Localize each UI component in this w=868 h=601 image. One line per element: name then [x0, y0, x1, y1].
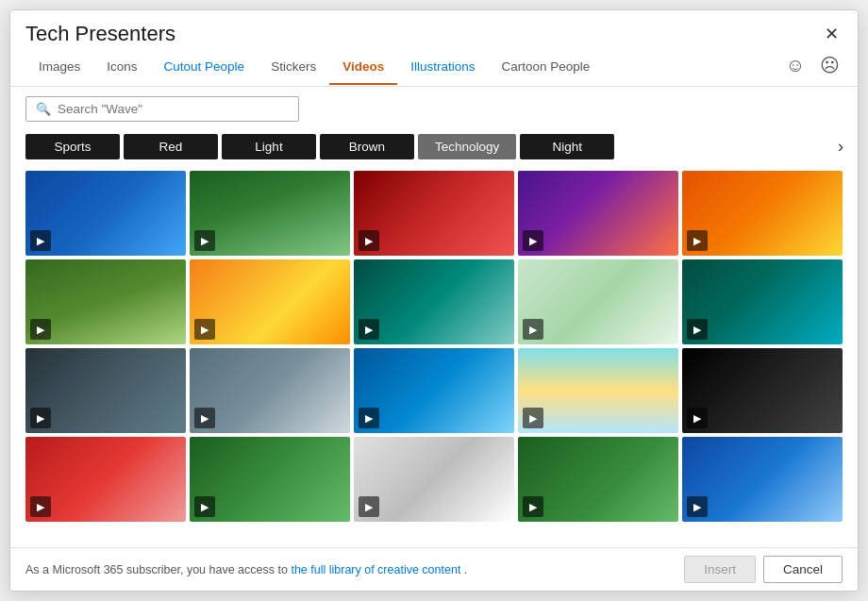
filter-sports[interactable]: Sports: [25, 134, 120, 159]
video-icon: ▶: [687, 496, 708, 517]
tab-list: Images Icons Cutout People Stickers Vide…: [25, 54, 603, 84]
gallery-item[interactable]: ▶: [190, 171, 350, 256]
video-icon: ▶: [687, 319, 708, 340]
gallery-item[interactable]: ▶: [354, 171, 514, 256]
search-input-wrap: 🔍: [25, 96, 299, 122]
video-icon: ▶: [359, 319, 379, 340]
gallery-item[interactable]: ▶: [518, 259, 678, 344]
gallery-item[interactable]: ▶: [682, 348, 843, 433]
sad-emoji-button[interactable]: ☹: [816, 52, 843, 78]
video-icon: ▶: [523, 319, 543, 340]
tab-illustrations[interactable]: Illustrations: [397, 54, 488, 85]
gallery-item[interactable]: ▶: [518, 348, 678, 433]
video-icon: ▶: [194, 319, 215, 340]
filter-technology[interactable]: Technology: [418, 134, 516, 159]
gallery-item[interactable]: ▶: [25, 259, 186, 344]
gallery-item[interactable]: ▶: [354, 259, 514, 344]
gallery-area[interactable]: ▶ ▶ ▶ ▶ ▶ ▶: [10, 171, 858, 547]
dialog-title: Tech Presenters: [25, 22, 175, 46]
tab-cartoon-people[interactable]: Cartoon People: [488, 54, 603, 85]
gallery-item[interactable]: ▶: [190, 348, 350, 433]
cancel-button[interactable]: Cancel: [763, 556, 843, 583]
gallery-item[interactable]: ▶: [190, 259, 350, 344]
happy-emoji-button[interactable]: ☺: [782, 52, 809, 78]
filter-red[interactable]: Red: [124, 134, 218, 159]
gallery-item[interactable]: ▶: [682, 259, 843, 344]
video-icon: ▶: [687, 408, 708, 428]
gallery-item[interactable]: ▶: [518, 171, 678, 256]
tab-icons[interactable]: Icons: [93, 54, 150, 85]
footer-buttons: Insert Cancel: [684, 556, 843, 583]
video-icon: ▶: [194, 408, 215, 428]
footer-text: As a Microsoft 365 subscriber, you have …: [25, 563, 467, 576]
video-icon: ▶: [523, 408, 543, 428]
tab-images[interactable]: Images: [25, 54, 93, 85]
filter-brown[interactable]: Brown: [320, 134, 414, 159]
footer-text-after: .: [464, 563, 467, 576]
video-icon: ▶: [359, 496, 379, 517]
dialog-header: Tech Presenters ✕: [10, 10, 858, 46]
video-icon: ▶: [523, 230, 543, 251]
video-icon: ▶: [194, 496, 215, 517]
video-icon: ▶: [30, 319, 51, 340]
search-input[interactable]: [58, 102, 265, 116]
gallery-grid: ▶ ▶ ▶ ▶ ▶ ▶: [25, 171, 850, 522]
gallery-item[interactable]: ▶: [518, 437, 678, 522]
filter-next-button[interactable]: ›: [827, 129, 854, 163]
insert-button[interactable]: Insert: [684, 556, 756, 583]
filter-chips: Sports Red Light Brown Technology Night: [25, 134, 827, 159]
search-icon: 🔍: [36, 102, 51, 116]
tab-videos[interactable]: Videos: [329, 54, 397, 85]
gallery-item[interactable]: ▶: [190, 437, 350, 522]
filter-night[interactable]: Night: [520, 134, 614, 159]
video-icon: ▶: [30, 408, 51, 428]
video-icon: ▶: [359, 230, 379, 251]
video-icon: ▶: [194, 230, 215, 251]
tab-bar: Images Icons Cutout People Stickers Vide…: [10, 46, 858, 87]
video-icon: ▶: [30, 230, 51, 251]
gallery-item[interactable]: ▶: [682, 171, 843, 256]
gallery-item[interactable]: ▶: [354, 348, 514, 433]
dialog-footer: As a Microsoft 365 subscriber, you have …: [10, 547, 858, 591]
tab-emoji-buttons: ☺ ☹: [782, 52, 843, 86]
video-icon: ▶: [30, 496, 51, 517]
gallery-item[interactable]: ▶: [25, 437, 186, 522]
gallery-item[interactable]: ▶: [25, 171, 186, 256]
video-icon: ▶: [523, 496, 543, 517]
tech-presenters-dialog: Tech Presenters ✕ Images Icons Cutout Pe…: [9, 9, 859, 592]
footer-text-before: As a Microsoft 365 subscriber, you have …: [25, 563, 288, 576]
gallery-item[interactable]: ▶: [25, 348, 186, 433]
video-icon: ▶: [359, 408, 379, 428]
footer-link[interactable]: the full library of creative content: [291, 563, 460, 576]
gallery-item[interactable]: ▶: [354, 437, 514, 522]
gallery-item[interactable]: ▶: [682, 437, 843, 522]
close-button[interactable]: ✕: [820, 23, 843, 45]
video-icon: ▶: [687, 230, 708, 251]
filter-light[interactable]: Light: [222, 134, 316, 159]
tab-stickers[interactable]: Stickers: [258, 54, 329, 85]
search-bar: 🔍: [10, 87, 858, 129]
filter-bar: Sports Red Light Brown Technology Night …: [10, 129, 858, 163]
tab-cutout-people[interactable]: Cutout People: [151, 54, 259, 85]
